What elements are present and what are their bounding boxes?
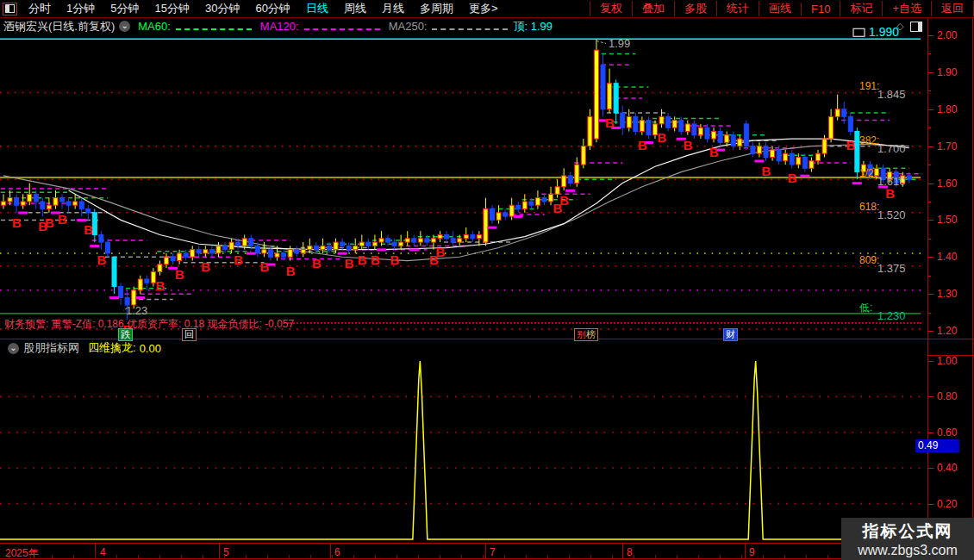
buy-marker-B: B [390,252,400,267]
candle-body [796,157,801,165]
candle-body [431,239,435,242]
axis-minor-tick [928,90,931,91]
main-candlestick-chart[interactable]: BBBBBBBBBBBBBBBBBBBBBBBBBBBBBBB1.991.231… [0,18,927,339]
sell-mark [18,212,28,215]
candle-body [522,202,527,209]
candle-body [764,146,768,158]
period-tab-9[interactable]: 多周期 [412,1,461,16]
fib-price-label: 1.375 [877,262,906,275]
action-item-2[interactable]: 多股 [674,1,716,16]
diamond-icon[interactable]: ◇ [896,21,903,32]
period-tab-0[interactable]: 分时 [21,1,59,16]
sub-axis-top-line [927,355,974,356]
candle-body [542,198,546,202]
event-tag-别榜[interactable]: 别榜 [574,328,598,341]
period-tab-8[interactable]: 月线 [374,1,412,16]
chevron-down-icon[interactable]: ⌄ [119,21,130,32]
action-item-3[interactable]: 统计 [716,1,759,16]
candle-body [802,157,807,168]
axis-minor-tick [928,313,931,314]
price-axis-label: 1.30 [937,288,957,300]
action-item-8[interactable]: 返回 [931,1,974,16]
sell-mark [754,159,764,162]
period-tab-1[interactable]: 1分钟 [59,1,103,16]
buy-marker-B: B [45,215,54,230]
buy-marker-B: B [788,171,797,185]
fib-price-label: 1.700 [877,142,906,155]
price-axis-label: 1.80 [937,103,957,115]
candle-body [484,209,488,243]
action-item-1[interactable]: 叠加 [632,1,674,16]
price-axis: 2.001.901.801.701.601.501.401.301.20 [928,18,972,339]
period-tab-10[interactable]: 更多> [461,1,506,16]
candle-body [138,279,142,290]
buy-marker-B: B [12,215,22,230]
candle-body [34,194,38,202]
period-tab-2[interactable]: 5分钟 [103,1,147,16]
axis-minor-tick [928,276,931,277]
action-item-5[interactable]: F10 [801,3,840,16]
candle-body [399,242,403,246]
fib-percent-label: 382: [859,134,879,146]
buy-marker-B: B [762,164,771,178]
candle-body [529,202,534,205]
candle-body [379,239,384,242]
period-tab-3[interactable]: 15分钟 [147,1,197,16]
candle-body [438,235,442,239]
candle-body [236,242,240,246]
fib-percent-label: 1/2: [859,167,877,179]
period-tabs: 分时1分钟5分钟15分钟30分钟60分钟日线周线月线多周期更多> [21,1,505,16]
candle-body [751,146,755,154]
candle-body [771,150,775,158]
sub-axis-label: 0.60 [937,426,957,439]
action-item-6[interactable]: 标记 [840,1,882,16]
candle-body [568,176,572,184]
candle-body [835,109,840,117]
action-item-7[interactable]: +自选 [882,1,931,16]
candle-body [314,246,318,249]
candle-body [86,209,91,213]
action-item-0[interactable]: 复权 [590,1,632,16]
buy-marker-B: B [358,252,367,267]
month-tick [745,544,746,558]
indicator-header: ⌄ 股朋指标网 四维擒龙: 0.00 [3,342,161,354]
ma-label-2: MA250: [389,20,428,33]
candle-body [509,205,514,216]
axis-tick [928,72,933,73]
candle-body [242,239,247,246]
buy-marker-B: B [345,256,354,271]
indicator-line-chart[interactable] [0,339,927,544]
current-value-badge: 0.49 [915,439,959,452]
price-annotation: 1.99 [609,37,630,50]
period-tab-6[interactable]: 日线 [298,1,336,16]
period-tab-7[interactable]: 周线 [336,1,374,16]
period-tab-5[interactable]: 60分钟 [247,1,297,16]
price-axis-label: 1.40 [937,251,957,263]
candle-body [372,242,377,246]
chevron-down-icon[interactable]: ⌄ [8,343,19,354]
buy-marker-B: B [371,252,380,267]
window-icon[interactable] [910,22,922,32]
candle-body [575,165,579,183]
axis-divider-line [927,18,928,544]
period-tab-4[interactable]: 30分钟 [197,1,247,16]
event-tag-财[interactable]: 财 [723,328,738,341]
buy-marker-B: B [155,278,165,293]
right-border-line [972,18,973,544]
layout-split-icon[interactable] [3,3,17,16]
sell-mark [565,190,575,192]
xaxis-top-line [0,543,974,544]
candle-body [190,250,195,258]
fib-price-label: 1.230 [877,309,906,322]
candle-body [634,116,638,131]
price-axis-label: 1.70 [937,140,957,152]
fib-price-label: 1.610 [877,175,906,188]
candle-body [412,239,416,242]
axis-tick [928,432,933,433]
candle-body [705,128,709,139]
event-tag-回[interactable]: 回 [182,328,197,341]
action-item-4[interactable]: 画线 [759,1,801,16]
candle-body [99,235,103,243]
event-tag-跌[interactable]: 跌 [118,328,133,341]
app-window: 分时1分钟5分钟15分钟30分钟60分钟日线周线月线多周期更多> 复权叠加多股统… [0,0,974,560]
